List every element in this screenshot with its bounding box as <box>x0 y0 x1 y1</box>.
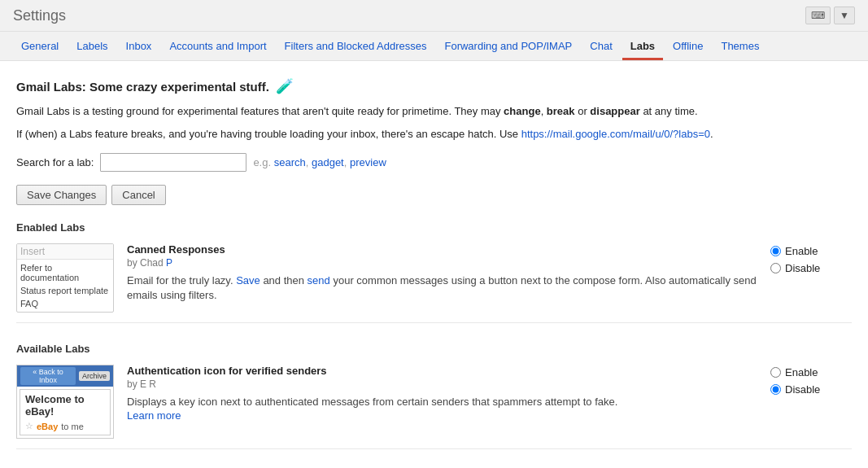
canned-responses-author: by Chad P <box>127 257 757 269</box>
enable-radio[interactable] <box>770 246 781 256</box>
disable-label: Disable <box>785 262 820 274</box>
auth-enable-label: Enable <box>785 366 818 378</box>
search-label: Search for a lab: <box>16 156 94 168</box>
enable-label: Enable <box>785 245 818 257</box>
tab-forwarding[interactable]: Forwarding and POP/IMAP <box>436 32 580 60</box>
top-bar-icons: ⌨ ▼ <box>805 7 855 24</box>
canned-responses-description: Canned Responses by Chad P Email for the… <box>127 243 757 313</box>
preview-item-1: Refer to documentation <box>20 261 110 284</box>
tab-accounts-import[interactable]: Accounts and Import <box>161 32 274 60</box>
preview-item-2: Status report template <box>20 284 110 297</box>
dropdown-button[interactable]: ▼ <box>834 7 855 24</box>
labs-heading: Gmail Labs: Some crazy experimental stuf… <box>16 77 852 95</box>
author-link[interactable]: P <box>166 257 172 269</box>
save-changes-button[interactable]: Save Changes <box>16 185 107 205</box>
disappear-bold: disappear <box>590 105 639 117</box>
canned-responses-name: Canned Responses <box>127 243 757 256</box>
canned-responses-preview: Insert Refer to documentation Status rep… <box>16 243 114 313</box>
available-labs-heading: Available Labs <box>16 343 852 355</box>
enabled-labs-section: Enabled Labs Insert Refer to documentati… <box>16 221 852 323</box>
action-buttons: Save Changes Cancel <box>16 185 852 205</box>
page-title: Settings <box>13 7 66 24</box>
search-input[interactable] <box>100 153 246 172</box>
tab-themes[interactable]: Themes <box>713 32 767 60</box>
preview-insert: Insert <box>17 244 113 260</box>
ebay-logo: eBay <box>37 422 58 431</box>
tab-inbox[interactable]: Inbox <box>118 32 160 60</box>
canned-responses-lab-item: Insert Refer to documentation Status rep… <box>16 243 852 323</box>
enable-radio-label[interactable]: Enable <box>770 245 852 257</box>
auth-icon-text: Displays a key icon next to authenticate… <box>127 395 757 409</box>
change-bold: change <box>504 105 541 117</box>
ebay-to-text: to me <box>61 422 84 431</box>
tab-chat[interactable]: Chat <box>582 32 620 60</box>
auth-enable-radio-label[interactable]: Enable <box>770 366 852 378</box>
tab-labels[interactable]: Labels <box>68 32 116 60</box>
auth-disable-radio[interactable] <box>770 384 781 395</box>
disable-radio-label[interactable]: Disable <box>770 262 852 274</box>
flask-icon: 🧪 <box>276 77 294 95</box>
auth-icon-name: Authentication icon for verified senders <box>127 365 757 377</box>
search-hint-gadget[interactable]: gadget <box>312 156 344 168</box>
lab-search-row: Search for a lab: e.g. search, gadget, p… <box>16 153 852 172</box>
canned-responses-controls: Enable Disable <box>770 243 852 313</box>
ebay-email-meta: ☆ eBay to me <box>25 421 105 431</box>
intro-paragraph: Gmail Labs is a testing ground for exper… <box>16 103 852 120</box>
warning-paragraph: If (when) a Labs feature breaks, and you… <box>16 126 852 142</box>
tab-filters[interactable]: Filters and Blocked Addresses <box>277 32 435 60</box>
search-hint-search[interactable]: search <box>274 156 306 168</box>
auth-disable-radio-label[interactable]: Disable <box>770 383 852 396</box>
preview-item-3: FAQ <box>20 297 110 310</box>
auth-icon-author: by E R <box>127 378 757 390</box>
search-hint-preview[interactable]: preview <box>350 156 386 168</box>
auth-enable-radio[interactable] <box>770 367 781 378</box>
heading-text: Gmail Labs: Some crazy experimental stuf… <box>16 80 269 94</box>
ebay-email-body: Welcome to eBay! ☆ eBay to me <box>20 389 111 435</box>
ebay-back-button[interactable]: « Back to Inbox <box>20 367 76 385</box>
auth-icon-description: Authentication icon for verified senders… <box>127 365 757 439</box>
ebay-archive-button[interactable]: Archive <box>79 371 110 381</box>
tab-general[interactable]: General <box>13 32 67 60</box>
auth-icon-preview: « Back to Inbox Archive Welcome to eBay!… <box>16 365 114 439</box>
tab-offline[interactable]: Offline <box>665 32 711 60</box>
settings-nav: General Labels Inbox Accounts and Import… <box>0 32 868 61</box>
auth-icon-lab-item: « Back to Inbox Archive Welcome to eBay!… <box>16 365 852 449</box>
preview-items: Refer to documentation Status report tem… <box>17 260 113 312</box>
main-content: Gmail Labs: Some crazy experimental stuf… <box>0 61 868 468</box>
keyboard-icon-button[interactable]: ⌨ <box>805 7 831 24</box>
ebay-email-title: Welcome to eBay! <box>25 393 105 418</box>
cancel-button[interactable]: Cancel <box>111 185 165 205</box>
search-hint: e.g. search, gadget, preview <box>253 156 386 168</box>
canned-responses-text: Email for the truly lazy. Save and then … <box>127 273 757 303</box>
learn-more-link[interactable]: Learn more <box>127 409 181 422</box>
break-bold: break <box>547 105 575 117</box>
auth-icon-controls: Enable Disable <box>770 365 852 439</box>
top-bar: Settings ⌨ ▼ <box>0 0 868 32</box>
auth-disable-label: Disable <box>785 383 820 396</box>
disable-radio[interactable] <box>770 263 781 273</box>
star-icon[interactable]: ☆ <box>25 421 33 431</box>
available-labs-section: Available Labs « Back to Inbox Archive W… <box>16 343 852 449</box>
ebay-top-bar: « Back to Inbox Archive <box>17 365 113 387</box>
escape-hatch-link[interactable]: https://mail.google.com/mail/u/0/?labs=0 <box>521 128 710 140</box>
tab-labs[interactable]: Labs <box>622 32 663 60</box>
enabled-labs-heading: Enabled Labs <box>16 221 852 234</box>
